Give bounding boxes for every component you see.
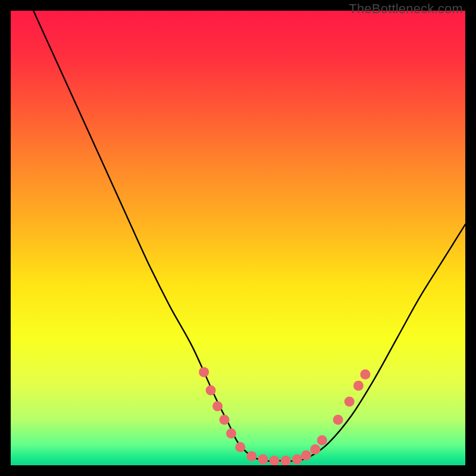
- marker-dot: [199, 367, 209, 377]
- watermark-text: TheBottleneck.com: [349, 1, 463, 17]
- marker-dot: [212, 401, 223, 411]
- marker-dot: [301, 450, 311, 461]
- chart-frame: [11, 11, 465, 465]
- marker-dot: [345, 397, 355, 407]
- marker-dot: [246, 451, 256, 461]
- marker-dot: [226, 428, 236, 439]
- gradient-background: [11, 11, 465, 465]
- marker-dot: [220, 415, 230, 425]
- marker-dot: [353, 381, 364, 391]
- bottleneck-chart: [11, 11, 465, 465]
- marker-dot: [360, 369, 370, 380]
- marker-dot: [235, 442, 245, 452]
- marker-dot: [333, 415, 343, 425]
- marker-dot: [258, 455, 268, 465]
- marker-dot: [317, 435, 327, 445]
- marker-dot: [206, 385, 216, 395]
- marker-dot: [292, 455, 302, 465]
- marker-dot: [310, 444, 320, 455]
